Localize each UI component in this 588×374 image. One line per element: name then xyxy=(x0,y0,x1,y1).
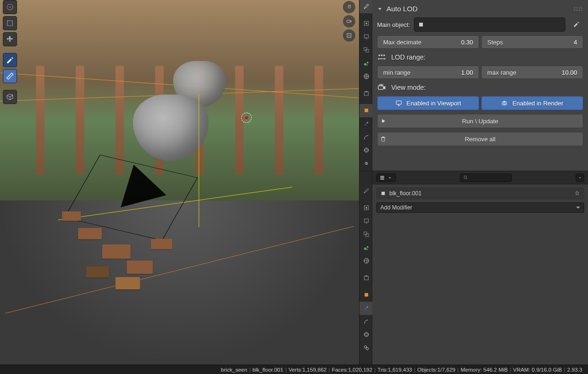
svg-point-52 xyxy=(464,176,467,179)
svg-rect-53 xyxy=(382,192,385,195)
collection-tab-icon-2[interactable] xyxy=(360,271,373,285)
properties-search[interactable] xyxy=(460,174,512,182)
physics-tab-icon-2[interactable] xyxy=(360,328,373,341)
viewport-3d[interactable] xyxy=(0,0,359,365)
run-update-button[interactable]: Run \ Update xyxy=(377,114,583,128)
render-tab-icon-2[interactable] xyxy=(360,201,373,215)
svg-rect-25 xyxy=(378,86,384,90)
svg-point-22 xyxy=(378,54,380,56)
mesh-icon xyxy=(380,190,386,197)
panel-grip-icon[interactable] xyxy=(574,7,583,11)
add-cube-tool[interactable] xyxy=(3,90,17,104)
svg-point-23 xyxy=(381,54,382,56)
svg-point-43 xyxy=(364,322,365,323)
search-icon xyxy=(463,175,468,180)
min-range-field[interactable]: min range 1.00 xyxy=(377,66,479,79)
status-faces: Faces:1,020,192 xyxy=(332,367,372,373)
status-objects: Objects:1/7,629 xyxy=(417,367,456,373)
max-range-field[interactable]: max range 10.00 xyxy=(481,66,583,79)
enabled-viewport-toggle[interactable]: Enabled in Viewport xyxy=(377,96,479,110)
svg-rect-41 xyxy=(364,276,369,280)
particles-tab-icon-2[interactable] xyxy=(360,315,373,328)
svg-point-27 xyxy=(381,84,383,86)
measure-tool[interactable] xyxy=(3,69,17,83)
svg-point-17 xyxy=(364,138,365,139)
tool-tab-icon[interactable] xyxy=(360,0,373,13)
svg-point-12 xyxy=(367,61,369,63)
svg-point-31 xyxy=(364,192,365,193)
particles-tab-icon[interactable] xyxy=(360,130,373,144)
object-tab-icon-2[interactable] xyxy=(360,288,373,302)
viewlayer-tab-icon-2[interactable] xyxy=(360,228,373,241)
modifier-tab-icon-2[interactable] xyxy=(360,302,373,315)
render-tab-icon[interactable] xyxy=(360,17,373,30)
constraint-tab-icon-2[interactable] xyxy=(360,341,373,355)
move-tool[interactable] xyxy=(3,32,17,46)
trash-icon xyxy=(380,136,386,142)
viewlayer-tab-icon[interactable] xyxy=(360,43,373,57)
world-tab-icon-2[interactable] xyxy=(360,254,373,268)
svg-rect-8 xyxy=(364,35,369,38)
svg-point-11 xyxy=(364,63,366,66)
collection-tab-icon[interactable] xyxy=(360,87,373,100)
constraint-tab-icon[interactable] xyxy=(360,157,373,170)
camera-icon xyxy=(501,99,509,107)
svg-point-18 xyxy=(367,135,368,136)
svg-point-26 xyxy=(379,84,381,86)
svg-point-20 xyxy=(364,149,369,151)
svg-rect-51 xyxy=(380,179,384,180)
status-vram: VRAM: 0.9/16.0 GiB xyxy=(513,367,562,373)
add-modifier-dropdown[interactable]: Add Modifier xyxy=(376,202,584,213)
modifier-tab-icon[interactable] xyxy=(360,117,373,130)
max-decimate-field[interactable]: Max decimate 0.30 xyxy=(377,35,479,49)
properties-tabs-upper xyxy=(359,0,372,171)
status-bar: brick_seen| blk_floor.001| Verts:1,159,8… xyxy=(0,365,588,374)
eyedropper-button[interactable] xyxy=(569,17,583,32)
svg-rect-50 xyxy=(380,177,384,178)
svg-point-7 xyxy=(365,23,367,25)
filter-button[interactable] xyxy=(576,174,584,182)
monitor-icon xyxy=(395,99,403,107)
chevron-down-icon xyxy=(387,175,393,181)
status-memory: Memory: 546.2 MiB xyxy=(461,367,508,373)
svg-point-38 xyxy=(367,246,369,248)
tool-tab-icon-2[interactable] xyxy=(360,184,373,198)
svg-point-44 xyxy=(367,320,368,321)
status-tris: Tris:1,619,433 xyxy=(377,367,412,373)
main-object-field[interactable] xyxy=(414,17,565,32)
steps-field[interactable]: Steps 4 xyxy=(481,35,583,49)
svg-rect-3 xyxy=(347,20,350,23)
object-data-icon xyxy=(417,21,425,28)
status-verts: Verts:1,159,862 xyxy=(289,367,327,373)
pan-view-icon[interactable] xyxy=(343,1,355,13)
select-box-tool[interactable] xyxy=(3,16,17,30)
scene-tab-icon-2[interactable] xyxy=(360,241,373,254)
physics-tab-icon[interactable] xyxy=(360,144,373,157)
svg-rect-9 xyxy=(364,48,367,51)
view-mode-icon xyxy=(377,83,386,92)
svg-point-33 xyxy=(365,207,367,209)
svg-point-45 xyxy=(364,332,369,337)
svg-point-30 xyxy=(503,103,505,104)
world-tab-icon[interactable] xyxy=(360,70,373,83)
output-tab-icon[interactable] xyxy=(360,30,373,43)
scene-tab-icon[interactable] xyxy=(360,57,373,70)
remove-all-button[interactable]: Remove all xyxy=(377,132,583,146)
perspective-toggle-icon[interactable] xyxy=(343,29,355,42)
svg-rect-36 xyxy=(366,234,369,236)
svg-rect-42 xyxy=(364,293,368,297)
cursor-tool[interactable] xyxy=(3,0,17,14)
output-tab-icon-2[interactable] xyxy=(360,215,373,228)
lod-range-label: LOD range: xyxy=(391,53,425,61)
object-tab-icon[interactable] xyxy=(360,104,373,117)
breadcrumb-object: blk_floor.001 xyxy=(389,190,421,197)
camera-view-icon[interactable] xyxy=(343,15,355,27)
properties-editor-icon xyxy=(379,175,385,181)
editor-type-select[interactable] xyxy=(376,174,396,182)
status-scene: brick_seen xyxy=(221,367,247,373)
pin-icon[interactable] xyxy=(574,190,580,197)
enabled-render-toggle[interactable]: Enabled in Render xyxy=(481,96,583,110)
svg-point-1 xyxy=(9,7,11,8)
annotate-tool[interactable] xyxy=(3,53,17,67)
collapse-icon[interactable] xyxy=(377,6,383,12)
